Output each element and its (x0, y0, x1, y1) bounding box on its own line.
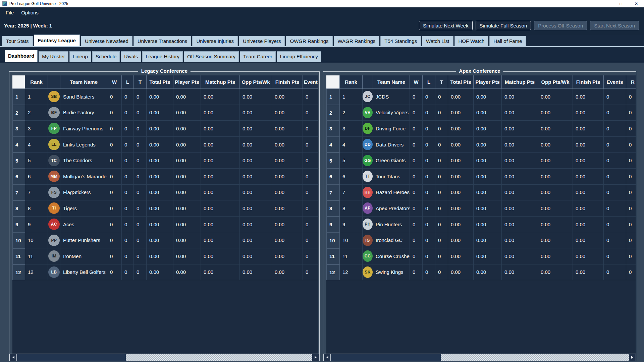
scroll-left-arrow-icon[interactable] (323, 354, 331, 361)
team-row[interactable]: 22VVVelocity Vipers0000.000.000.000.000.… (326, 105, 636, 121)
team-name-cell[interactable]: Green Giants (373, 153, 410, 169)
stat-cell-player-pts[interactable]: 0.00 (474, 89, 502, 105)
rank-cell[interactable]: 3 (340, 121, 363, 137)
stat-cell-opp-pts-wk[interactable]: 0.00 (538, 105, 573, 121)
team-row[interactable]: 44DDData Drivers0000.000.000.000.000.000… (326, 137, 636, 153)
stat-cell-player-pts[interactable]: 0.00 (173, 217, 201, 233)
stat-cell-opp-pts-wk[interactable]: 0.00 (240, 89, 272, 105)
stat-cell-events[interactable]: 0 (604, 121, 626, 137)
tab-t54-standings[interactable]: T54 Standings (380, 36, 421, 46)
rank-cell[interactable]: 2 (340, 105, 363, 121)
stat-cell-player-pts[interactable]: 0.00 (173, 248, 201, 264)
team-name-cell[interactable]: Aces (60, 217, 107, 233)
column-header-rank[interactable]: Rank (25, 75, 48, 89)
row-header-cell[interactable]: 4 (326, 137, 340, 153)
tab-tour-stats[interactable]: Tour Stats (2, 36, 33, 46)
team-row[interactable]: 77HHHazard Heroes0000.000.000.000.000.00… (326, 185, 636, 201)
stat-cell-events[interactable]: 0 (604, 248, 626, 264)
stat-cell-matchup-pts[interactable]: 0.00 (502, 248, 538, 264)
rank-cell[interactable]: 5 (25, 153, 48, 169)
team-name-cell[interactable]: Velocity Vipers (373, 105, 410, 121)
rank-cell[interactable]: 5 (340, 153, 363, 169)
stat-cell-matchup-pts[interactable]: 0.00 (502, 137, 538, 153)
subtab-off-season-summary[interactable]: Off-Season Summary (184, 51, 239, 62)
stat-cell-finish-pts[interactable]: 0.00 (573, 121, 604, 137)
stat-cell-matchup-pts[interactable]: 0.00 (201, 137, 240, 153)
rank-cell[interactable]: 12 (25, 264, 48, 281)
team-name-cell[interactable]: Driving Force (373, 121, 410, 137)
horizontal-scrollbar[interactable] (9, 354, 319, 361)
stat-cell-matchup-pts[interactable]: 0.00 (502, 217, 538, 233)
rank-cell[interactable]: 6 (340, 169, 363, 185)
column-header-team-name[interactable]: Team Name (60, 75, 107, 89)
stat-cell-t[interactable]: 0 (435, 217, 448, 233)
stat-cell-matchup-pts[interactable]: 0.00 (502, 200, 538, 217)
stat-cell-player-pts[interactable]: 0.00 (173, 137, 201, 153)
stat-cell-matchup-pts[interactable]: 0.00 (502, 121, 538, 137)
stat-cell-r[interactable]: 0 (626, 89, 636, 105)
team-name-cell[interactable]: Swing Kings (373, 264, 410, 281)
column-header-logo[interactable] (363, 75, 373, 89)
row-header-cell[interactable]: 9 (326, 217, 340, 233)
stat-cell-finish-pts[interactable]: 0.00 (272, 137, 303, 153)
column-header-r[interactable]: R (626, 75, 636, 89)
stat-cell-opp-pts-wk[interactable]: 0.00 (538, 248, 573, 264)
scroll-left-arrow-icon[interactable] (9, 354, 17, 361)
team-row[interactable]: 1010IGIronclad GC0000.000.000.000.000.00… (326, 232, 636, 248)
stat-cell-total-pts[interactable]: 0.00 (448, 89, 474, 105)
subtab-schedule[interactable]: Schedule (92, 51, 120, 62)
stat-cell-opp-pts-wk[interactable]: 0.00 (538, 121, 573, 137)
stat-cell-events[interactable]: 0 (303, 137, 318, 153)
team-name-cell[interactable]: IronMen (60, 248, 107, 264)
team-name-cell[interactable]: Sand Blasters (60, 89, 107, 105)
row-header-cell[interactable]: 7 (326, 185, 340, 201)
stat-cell-matchup-pts[interactable]: 0.00 (502, 169, 538, 185)
stat-cell-t[interactable]: 0 (134, 89, 147, 105)
stat-cell-player-pts[interactable]: 0.00 (474, 137, 502, 153)
stat-cell-player-pts[interactable]: 0.00 (173, 169, 201, 185)
stat-cell-t[interactable]: 0 (134, 232, 147, 248)
logo-cell[interactable]: IM (48, 248, 60, 264)
stat-cell-finish-pts[interactable]: 0.00 (272, 248, 303, 264)
stat-cell-w[interactable]: 0 (107, 121, 122, 137)
team-row[interactable]: 1212SKSwing Kings0000.000.000.000.000.00… (326, 264, 636, 281)
stat-cell-finish-pts[interactable]: 0.00 (573, 217, 604, 233)
stat-cell-matchup-pts[interactable]: 0.00 (502, 185, 538, 201)
team-name-cell[interactable]: Ironclad GC (373, 232, 410, 248)
stat-cell-events[interactable]: 0 (303, 248, 318, 264)
stat-cell-w[interactable]: 0 (107, 89, 122, 105)
rank-cell[interactable]: 11 (25, 248, 48, 264)
stat-cell-player-pts[interactable]: 0.00 (474, 217, 502, 233)
logo-cell[interactable]: LB (48, 264, 60, 281)
logo-cell[interactable]: VV (363, 105, 373, 121)
stat-cell-t[interactable]: 0 (134, 137, 147, 153)
stat-cell-l[interactable]: 0 (122, 232, 134, 248)
row-header-cell[interactable]: 1 (12, 89, 25, 105)
team-name-cell[interactable]: Tour Titans (373, 169, 410, 185)
stat-cell-matchup-pts[interactable]: 0.00 (502, 232, 538, 248)
stat-cell-l[interactable]: 0 (423, 217, 435, 233)
stat-cell-w[interactable]: 0 (410, 121, 423, 137)
stat-cell-w[interactable]: 0 (107, 200, 122, 217)
column-header-matchup-pts[interactable]: Matchup Pts (502, 75, 538, 89)
column-header-player-pts[interactable]: Player Pts (173, 75, 201, 89)
stat-cell-l[interactable]: 0 (423, 185, 435, 201)
column-header-opp-pts-wk[interactable]: Opp Pts/Wk (538, 75, 573, 89)
team-name-cell[interactable]: Data Drivers (373, 137, 410, 153)
row-header-cell[interactable]: 10 (326, 232, 340, 248)
stat-cell-player-pts[interactable]: 0.00 (474, 153, 502, 169)
stat-cell-t[interactable]: 0 (435, 185, 448, 201)
stat-cell-l[interactable]: 0 (122, 153, 134, 169)
rank-cell[interactable]: 7 (25, 185, 48, 201)
stat-cell-total-pts[interactable]: 0.00 (147, 200, 173, 217)
team-row[interactable]: 22BFBirdie Factory0000.000.000.000.000.0… (12, 105, 318, 121)
subtab-team-career[interactable]: Team Career (240, 51, 276, 62)
stat-cell-matchup-pts[interactable]: 0.00 (201, 232, 240, 248)
stat-cell-total-pts[interactable]: 0.00 (147, 137, 173, 153)
horizontal-scrollbar[interactable] (323, 354, 636, 361)
stat-cell-events[interactable]: 0 (303, 169, 318, 185)
stat-cell-total-pts[interactable]: 0.00 (448, 232, 474, 248)
team-row[interactable]: 1111IMIronMen0000.000.000.000.000.0000 (12, 248, 318, 264)
select-all-corner[interactable] (326, 75, 340, 89)
team-row[interactable]: 33FPFairway Phenoms0000.000.000.000.000.… (12, 121, 318, 137)
